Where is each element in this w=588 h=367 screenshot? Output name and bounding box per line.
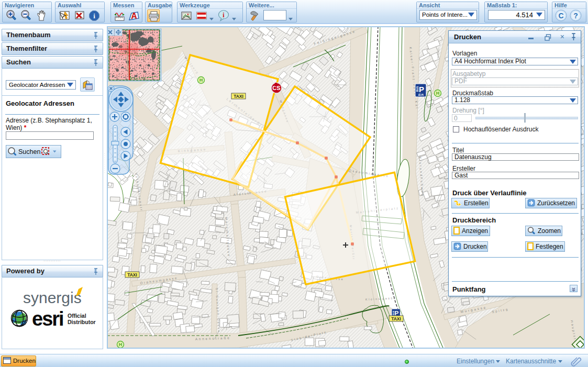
svg-text:E/A: E/A [418, 93, 424, 96]
svg-text:H: H [436, 91, 440, 96]
svg-text:P: P [419, 85, 424, 94]
svg-text:?: ? [573, 12, 578, 20]
svg-text:TAXI: TAXI [127, 272, 137, 277]
svg-text:H: H [199, 77, 203, 83]
svg-text:esri: esri [32, 308, 63, 330]
svg-text:Distributor: Distributor [68, 319, 96, 325]
svg-text:A: A [131, 12, 137, 20]
svg-text:Suchen: Suchen [18, 148, 40, 155]
svg-text:i: i [93, 12, 95, 20]
svg-text:H: H [119, 342, 123, 347]
svg-text:Official: Official [68, 313, 86, 319]
svg-text:BUS: BUS [416, 86, 419, 92]
svg-text:TAXI: TAXI [391, 316, 401, 321]
svg-text:synergis: synergis [23, 289, 82, 306]
svg-text:TAXI: TAXI [234, 94, 243, 99]
svg-text:BUS: BUS [392, 310, 395, 315]
svg-text:C: C [558, 12, 563, 20]
